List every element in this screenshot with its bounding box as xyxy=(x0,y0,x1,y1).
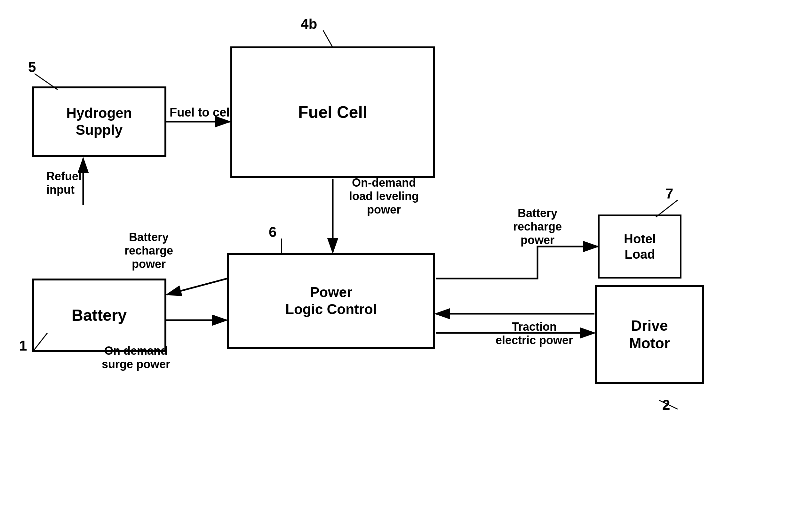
svg-line-11 xyxy=(167,279,227,294)
hydrogen-supply-box: HydrogenSupply xyxy=(32,86,167,157)
fuel-cell-box: Fuel Cell xyxy=(230,47,435,178)
drive-motor-box: DriveMotor xyxy=(595,285,704,384)
ref-label-7: 7 xyxy=(665,186,673,202)
refuel-input-label: Refuelinput xyxy=(47,170,82,197)
ref-label-5: 5 xyxy=(28,59,36,75)
fuel-to-cell-label: Fuel to cell xyxy=(170,106,233,119)
ref-label-4b: 4b xyxy=(301,16,317,32)
diagram: 5 4b 6 7 1 2 HydrogenSupply Fuel Cell Ba… xyxy=(0,0,812,510)
hotel-load-box: HotelLoad xyxy=(598,215,682,279)
power-logic-box: PowerLogic Control xyxy=(227,253,435,349)
traction-electric-label: Tractionelectric power xyxy=(489,320,579,347)
battery-box: Battery xyxy=(32,279,167,352)
on-demand-surge-label: On demandsurge power xyxy=(96,344,176,371)
battery-recharge-right-label: Batteryrechargepower xyxy=(494,206,581,247)
ref-label-2: 2 xyxy=(662,397,670,413)
ref-label-6: 6 xyxy=(269,224,276,240)
battery-recharge-left-label: Batteryrechargepower xyxy=(110,230,187,271)
ref-label-1: 1 xyxy=(19,338,27,354)
on-demand-load-label: On-demandload levelingpower xyxy=(349,176,419,217)
svg-line-5 xyxy=(323,30,333,47)
